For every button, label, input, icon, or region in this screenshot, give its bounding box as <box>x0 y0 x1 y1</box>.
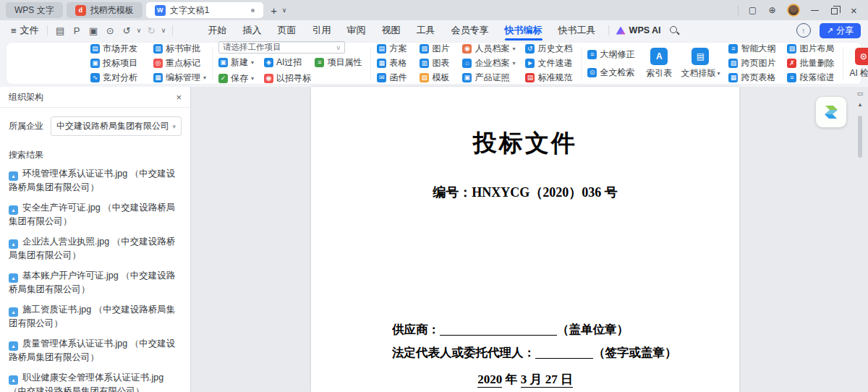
maximize-button[interactable] <box>825 0 844 20</box>
btn-file-express[interactable]: ► 文件速递 <box>525 56 575 70</box>
btn-history-docs[interactable]: ↺ 历史文档 <box>525 42 575 56</box>
btn-doc-typeset[interactable]: ▤ 文档排版 ▾ <box>681 48 720 80</box>
btn-crosspage-table[interactable]: ▦ 跨页表格 <box>728 71 778 85</box>
split-window-icon[interactable]: ▢ <box>743 0 762 20</box>
cloud-upload-icon[interactable]: ↑ <box>796 23 811 38</box>
btn-market-dev[interactable]: ▤ 市场开发 <box>90 42 140 56</box>
item-label: 表格 <box>389 57 407 69</box>
menu-member[interactable]: 会员专享 <box>443 20 497 41</box>
company-select[interactable]: 中交建设路桥局集团有限公司 ▾ <box>51 116 182 136</box>
btn-outline-fix[interactable]: ≡ 大纲修正 <box>587 48 637 61</box>
btn-index-table[interactable]: A 索引表 <box>646 48 672 80</box>
print-preview-icon[interactable]: ⊙ <box>102 25 119 36</box>
undo-caret-icon[interactable]: ∨ <box>135 27 143 34</box>
tab-docer-templates[interactable]: d 找稻壳模板 <box>67 2 142 18</box>
btn-new[interactable]: ▣ 新建 ▾ <box>218 56 254 69</box>
btn-proposal[interactable]: ▤ 方案 <box>377 42 409 56</box>
document-page[interactable]: 投标文件 编号：HNXYCG（2020）036 号 供应商：（盖单位章） 法定代… <box>311 87 739 392</box>
menu-tools[interactable]: 工具 <box>409 20 443 41</box>
menu-view[interactable]: 视图 <box>374 20 409 41</box>
btn-project-props[interactable]: ≡ 项目属性 <box>315 56 365 69</box>
item-label: 批量删除 <box>799 57 834 69</box>
close-button[interactable]: × <box>844 0 864 20</box>
tab-list-caret-icon[interactable]: ∨ <box>282 7 287 14</box>
menu-kuaishu-tools[interactable]: 快书工具 <box>550 20 604 41</box>
project-select[interactable]: 请选择工作项目 ∨ <box>218 41 345 54</box>
minimize-button[interactable] <box>805 0 825 20</box>
scroll-up-icon[interactable]: ▴ <box>859 101 862 111</box>
btn-bid-project[interactable]: ▣ 投标项目 <box>90 56 140 70</box>
btn-yizhao-xunbiao[interactable]: ◉ 以招寻标 <box>264 72 314 85</box>
file-safety-permit[interactable]: ▴安全生产许可证.jpg （中交建设路桥局集团有限公司） <box>9 201 182 229</box>
wps-ai-button[interactable]: WPS AI <box>616 25 666 35</box>
menu-reference[interactable]: 引用 <box>305 20 339 41</box>
btn-product-certs[interactable]: ▣ 产品证照 <box>462 71 515 85</box>
item-icon: ✓ <box>218 74 228 83</box>
btn-template[interactable]: ▧ 模板 <box>420 71 452 85</box>
window-controls: ▢ ⊕ × <box>733 0 868 20</box>
btn-table[interactable]: ▦ 表格 <box>377 56 409 70</box>
file-type-icon: ▴ <box>9 341 18 351</box>
item-icon: ▦ <box>377 59 386 68</box>
print-icon[interactable]: ▣ <box>85 25 102 36</box>
document-area: 投标文件 编号：HNXYCG（2020）036 号 供应商：（盖单位章） 法定代… <box>192 87 868 392</box>
btn-company-files[interactable]: ⌂ 企业档案 ▾ <box>462 56 515 70</box>
btn-fulltext-search[interactable]: ⊙ 全文检索 <box>587 66 637 80</box>
menu-review[interactable]: 审阅 <box>339 20 374 41</box>
menu-kuaishu-bianbiao[interactable]: 快书编标 <box>497 20 550 41</box>
tab-wps-home[interactable]: WPS 文字 <box>6 2 63 18</box>
file-menu-button[interactable]: ≡ 文件 <box>7 24 43 37</box>
new-tab-button[interactable]: + <box>267 4 281 17</box>
file-bank-permit[interactable]: ▴基本账户开户许可证.jpg （中交建设路桥局集团有限公司） <box>9 269 182 297</box>
item-icon: ▥ <box>153 44 163 54</box>
floating-assistant-icon[interactable] <box>816 97 846 127</box>
toolbar-more-icon[interactable]: ∨ <box>160 27 168 34</box>
item-label: 文档排版 <box>681 67 715 80</box>
menu-page[interactable]: 页面 <box>270 20 305 41</box>
item-label: AI 检查 <box>849 67 868 80</box>
btn-personnel-files[interactable]: ◉ 人员档案 ▾ <box>462 42 515 56</box>
btn-ai-check[interactable]: ⊙ AI 检查 <box>849 48 868 80</box>
redo-icon[interactable]: ↻ <box>143 25 160 36</box>
btn-picture-layout[interactable]: ▧ 图片布局 <box>787 42 837 56</box>
btn-competitor-analysis[interactable]: ∿ 竞对分析 <box>90 71 140 85</box>
skin-settings-icon[interactable]: ⊕ <box>762 0 782 20</box>
btn-crosspage-picture[interactable]: ▨ 跨页图片 <box>728 56 778 70</box>
btn-standards[interactable]: ▤ 标准规范 <box>525 71 575 85</box>
supplier-line: 供应商：（盖单位章） <box>392 322 629 338</box>
btn-paragraph-indent[interactable]: ≡ 段落缩进 <box>787 71 837 85</box>
share-button[interactable]: ↗ 分享 <box>820 23 861 38</box>
btn-picture[interactable]: ▨ 图片 <box>420 42 452 56</box>
btn-chart[interactable]: ▥ 图表 <box>420 56 452 70</box>
undo-icon[interactable]: ↺ <box>119 25 135 36</box>
tab-document-1[interactable]: W 文字文稿1 <box>146 2 263 18</box>
file-ohs-cert[interactable]: ▴职业健康安全管理体系认证证书.jpg （中交建设路桥局集团有限公司） <box>9 371 182 392</box>
btn-batch-delete[interactable]: ✗ 批量删除 <box>787 56 837 70</box>
close-icon[interactable]: × <box>176 92 182 103</box>
scrollbar-thumb[interactable] <box>858 116 862 158</box>
user-avatar[interactable] <box>787 4 800 17</box>
btn-key-mark[interactable]: ◎ 重点标记 <box>153 56 206 70</box>
btn-smart-outline[interactable]: ≡ 智能大纲 <box>728 42 778 56</box>
ruler-toggle-icon[interactable]: ▭ <box>857 90 864 101</box>
save-icon[interactable]: ▤ <box>52 25 69 36</box>
file-name: 职业健康安全管理体系认证证书.jpg （中交建设路桥局集团有限公司） <box>9 372 163 392</box>
btn-letter[interactable]: ✉ 函件 <box>377 71 409 85</box>
file-construction-cert[interactable]: ▴施工资质证书.jpg （中交建设路桥局集团有限公司） <box>9 303 182 331</box>
hamburger-icon: ≡ <box>11 25 17 36</box>
item-label: 段落缩进 <box>799 72 834 84</box>
menu-insert[interactable]: 插入 <box>235 20 270 41</box>
btn-ai-guozhao[interactable]: ◈ AI过招 <box>264 56 305 69</box>
search-icon[interactable] <box>669 25 679 35</box>
btn-save-project[interactable]: ✓ 保存 ▾ <box>218 72 254 85</box>
file-business-license[interactable]: ▴企业法人营业执照.jpg （中交建设路桥局集团有限公司） <box>9 235 182 263</box>
panel-title: 组织架构 <box>9 91 43 103</box>
file-env-cert[interactable]: ▴环境管理体系认证证书.jpg （中交建设路桥局集团有限公司） <box>9 167 182 195</box>
divider <box>172 25 173 35</box>
menu-start[interactable]: 开始 <box>200 20 235 41</box>
btn-bid-approval[interactable]: ▥ 标书审批 <box>153 42 206 56</box>
btn-bid-manage[interactable]: ▦ 编标管理 ▾ <box>153 71 206 85</box>
export-pdf-icon[interactable]: P <box>69 25 85 36</box>
file-name: 安全生产许可证.jpg （中交建设路桥局集团有限公司） <box>9 203 175 226</box>
file-quality-cert[interactable]: ▴质量管理体系认证证书.jpg （中交建设路桥局集团有限公司） <box>9 337 182 365</box>
